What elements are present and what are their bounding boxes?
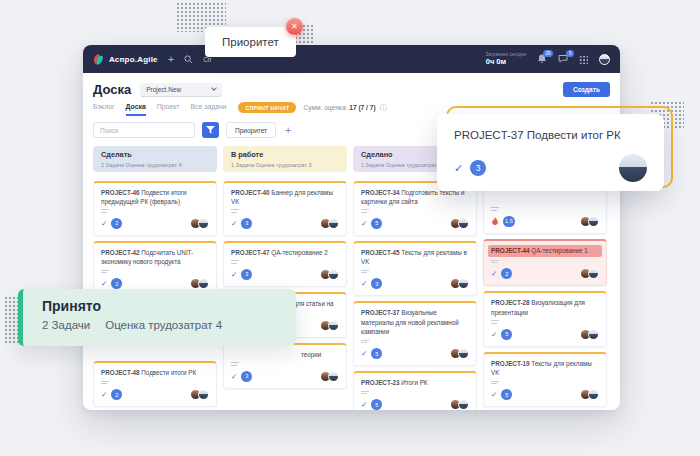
time-tracker-value: 0ч 0м bbox=[486, 57, 506, 66]
score-badge: 1.5 bbox=[503, 216, 515, 227]
column-header: Сделать2 Задачи Оценка трудозатрат 4 bbox=[93, 146, 217, 172]
card-title: PROJECT-46 Подвести итоги предыдущей РК … bbox=[101, 188, 209, 207]
kanban-card[interactable]: PROJECT-48 Подвести итоги РК✓2 bbox=[93, 361, 217, 407]
card-footer: ✓2 bbox=[101, 389, 209, 400]
card-footer: ✓3 bbox=[231, 218, 339, 229]
avatar bbox=[588, 389, 599, 400]
check-icon: ✓ bbox=[361, 349, 367, 358]
column-subtitle: 1 Задача Оценка трудозатрат 3 bbox=[231, 162, 339, 168]
time-tracker[interactable]: Затрачено сегодня 0ч 0м bbox=[486, 52, 526, 67]
assignee-avatars bbox=[450, 278, 469, 289]
card-title: PROJECT-44 QA-тестирование 1 bbox=[488, 245, 602, 257]
assignee-avatars bbox=[190, 218, 209, 229]
assignee-avatars bbox=[320, 218, 339, 229]
check-icon: ✓ bbox=[491, 390, 497, 399]
score-badge: 5 bbox=[371, 218, 382, 229]
chevron-down-icon bbox=[211, 85, 217, 91]
description-icon bbox=[491, 381, 599, 385]
kanban-card[interactable]: PROJECT-37 Визуальные материалы для ново… bbox=[353, 301, 477, 366]
card-footer: ✓3 bbox=[231, 269, 339, 280]
add-filter-button[interactable]: + bbox=[285, 125, 291, 136]
board-header: Доска Project.New Создать bbox=[83, 73, 620, 99]
search-icon[interactable] bbox=[184, 55, 193, 64]
tab-1[interactable]: Доска bbox=[126, 103, 146, 116]
priority-tooltip-label: Приоритет bbox=[222, 36, 279, 48]
notifications-badge: 26 bbox=[543, 50, 553, 57]
card-footer: ✓2 bbox=[101, 218, 209, 229]
create-button[interactable]: Создать bbox=[563, 82, 610, 97]
score-badge: 3 bbox=[241, 218, 252, 229]
score-badge: 2 bbox=[111, 389, 122, 400]
card-title: PROJECT-42 Подсчитать UNIT-экономику нов… bbox=[101, 248, 209, 267]
avatar bbox=[198, 389, 209, 400]
avatar bbox=[198, 278, 209, 289]
avatar bbox=[458, 348, 469, 359]
avatar bbox=[328, 269, 339, 280]
tab-2[interactable]: Проект bbox=[157, 103, 180, 116]
kanban-card[interactable]: PROJECT-23 Итоги РК✓5 bbox=[353, 371, 477, 410]
user-avatar[interactable] bbox=[599, 54, 610, 65]
brand[interactable]: Аспро.Agile bbox=[93, 54, 158, 65]
card-footer: ✓5 bbox=[361, 218, 469, 229]
logo-icon bbox=[93, 54, 104, 65]
kanban-card[interactable]: PROJECT-42 Подсчитать UNIT-экономику нов… bbox=[93, 241, 217, 296]
card-title: PROJECT-45 Тексты для рекламы в VK bbox=[361, 248, 469, 267]
search-input[interactable] bbox=[93, 122, 195, 138]
priority-filter-chip[interactable]: Приоритет bbox=[226, 122, 276, 138]
task-preview-footer: ✓ 3 bbox=[454, 154, 647, 182]
avatar bbox=[328, 218, 339, 229]
check-icon: ✓ bbox=[231, 270, 237, 279]
avatar bbox=[198, 218, 209, 229]
card-footer: ✓2 bbox=[491, 268, 599, 279]
accepted-column-tooltip: Принято 2 Задачи Оценка трудозатрат 4 bbox=[18, 289, 296, 346]
add-icon[interactable]: + bbox=[168, 54, 174, 65]
kanban-card[interactable]: PROJECT-47 QA-тестирование 2✓3 bbox=[223, 241, 347, 287]
top-navbar: Аспро.Agile + Сп Затрачено сегодня 0ч 0м… bbox=[83, 45, 620, 73]
score-badge: 3 bbox=[241, 371, 252, 382]
avatar bbox=[588, 268, 599, 279]
card-footer: ✓5 bbox=[361, 348, 469, 359]
messages-button[interactable]: 5 bbox=[558, 54, 568, 64]
close-icon[interactable]: ✕ bbox=[286, 18, 303, 35]
tab-0[interactable]: Бэклог bbox=[93, 103, 115, 116]
description-icon bbox=[491, 260, 599, 264]
description-icon bbox=[231, 362, 339, 366]
score-badge: 2 bbox=[111, 278, 122, 289]
check-icon: ✓ bbox=[101, 219, 107, 228]
kanban-card[interactable]: PROJECT-45 Тексты для рекламы в VK✓3 bbox=[353, 241, 477, 296]
card-footer: ✓3 bbox=[231, 371, 339, 382]
messages-badge: 5 bbox=[566, 50, 574, 57]
kanban-card[interactable]: PROJECT-44 QA-тестирование 1✓2 bbox=[483, 239, 607, 287]
notifications-button[interactable]: 26 bbox=[537, 54, 547, 64]
check-icon: ✓ bbox=[231, 219, 237, 228]
info-icon[interactable]: ⓘ bbox=[380, 103, 387, 113]
card-footer: ✓5 bbox=[491, 389, 599, 400]
navbar-right: Затрачено сегодня 0ч 0м 26 5 bbox=[486, 52, 610, 67]
description-icon bbox=[361, 209, 469, 213]
accepted-title: Принято bbox=[42, 298, 296, 314]
kanban-card[interactable]: PROJECT-28 Визуализация для презентации✓… bbox=[483, 291, 607, 346]
app-window: Аспро.Agile + Сп Затрачено сегодня 0ч 0м… bbox=[83, 45, 620, 410]
tab-3[interactable]: Все задачи bbox=[191, 103, 227, 116]
check-icon: ✓ bbox=[231, 372, 237, 381]
kanban-card[interactable]: PROJECT-46 Подвести итоги предыдущей РК … bbox=[93, 181, 217, 236]
column-title: Сделать bbox=[101, 150, 209, 159]
score-badge: 5 bbox=[371, 348, 382, 359]
apps-grid-icon[interactable] bbox=[579, 55, 588, 64]
description-icon bbox=[491, 207, 599, 211]
assignee-avatars bbox=[580, 268, 599, 279]
assignee-avatars bbox=[450, 399, 469, 410]
task-preview-card[interactable]: PROJECT-37 Подвести итог РК ✓ 3 bbox=[437, 114, 664, 191]
assignee-avatars bbox=[450, 218, 469, 229]
card-list: PROJECT-40 Баннер для рекламы VK✓3PROJEC… bbox=[223, 181, 347, 389]
score-badge: 3 bbox=[470, 160, 486, 176]
kanban-card[interactable]: PROJECT-19 Тексты для рекламы VK✓5 bbox=[483, 352, 607, 407]
kanban-card[interactable]: PROJECT-40 Баннер для рекламы VK✓3 bbox=[223, 181, 347, 236]
check-icon: ✓ bbox=[491, 330, 497, 339]
column-title: В работе bbox=[231, 150, 339, 159]
filter-button[interactable] bbox=[202, 122, 219, 138]
project-selector[interactable]: Project.New bbox=[140, 83, 222, 97]
kanban-card[interactable]: теории✓3 bbox=[223, 343, 347, 389]
check-icon: ✓ bbox=[491, 269, 497, 278]
card-list: PROJECT-34 Подготовить тексты и картинки… bbox=[353, 181, 477, 411]
